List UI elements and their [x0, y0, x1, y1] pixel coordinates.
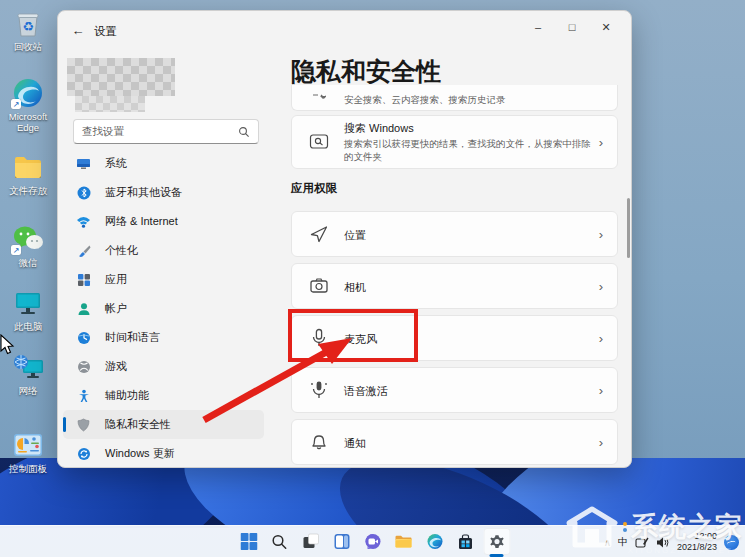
task-view-icon — [302, 533, 319, 550]
desktop-icon-folder[interactable]: 文件存放 — [2, 150, 54, 197]
speaker-icon[interactable] — [656, 536, 670, 549]
windows-logo-icon — [240, 533, 257, 550]
paintbrush-icon — [76, 243, 91, 258]
gear-icon — [488, 533, 505, 550]
window-title: 设置 — [94, 24, 117, 39]
sidebar-item-accounts[interactable]: 帐户 — [63, 294, 264, 323]
sidebar-item-label: Windows 更新 — [105, 446, 175, 461]
card-subtitle: 安全搜索、云内容搜索、搜索历史记录 — [344, 94, 506, 105]
apps-icon — [76, 272, 91, 287]
chevron-right-icon: › — [599, 331, 603, 346]
sync-icon — [76, 446, 91, 461]
location-card[interactable]: 位置 › — [291, 211, 618, 257]
clock-globe-icon — [76, 330, 91, 345]
desktop-icon-label: 微信 — [19, 258, 38, 269]
tray-expand-button[interactable]: ∧ — [604, 537, 611, 548]
sidebar-item-system[interactable]: 系统 — [63, 149, 264, 178]
clock-time: 12:00 — [677, 531, 717, 542]
sidebar-item-label: 系统 — [105, 156, 127, 171]
microsoft-store-icon — [458, 534, 474, 550]
sidebar-item-label: 帐户 — [105, 301, 127, 316]
titlebar[interactable]: ← 设置 – □ ✕ — [58, 11, 631, 47]
settings-button-active[interactable] — [483, 528, 510, 555]
desktop-icon-label: 此电脑 — [14, 322, 43, 333]
maximize-button[interactable]: □ — [555, 15, 589, 39]
xbox-icon — [76, 359, 91, 374]
desktop-icon-network[interactable]: 网络 — [2, 350, 54, 397]
chevron-right-icon: › — [599, 279, 603, 294]
pen-input-icon[interactable] — [635, 536, 649, 549]
notification-badge-icon[interactable] — [724, 535, 739, 550]
camera-icon — [308, 275, 330, 297]
camera-card[interactable]: 相机 › — [291, 263, 618, 309]
card-label: 位置 — [344, 229, 366, 241]
bluetooth-icon — [76, 185, 91, 200]
desktop-icon-wechat[interactable]: ↗ 微信 — [2, 222, 54, 269]
this-pc-icon — [10, 286, 46, 320]
edge-icon — [426, 533, 443, 550]
search-placeholder: 查找设置 — [82, 125, 238, 139]
chevron-partial-icon — [308, 91, 330, 105]
search-permissions-card-partial[interactable]: 安全搜索、云内容搜索、搜索历史记录 — [291, 85, 618, 111]
file-explorer-button[interactable] — [390, 528, 417, 555]
sidebar-item-apps[interactable]: 应用 — [63, 265, 264, 294]
scrollbar-thumb[interactable] — [627, 198, 630, 258]
desktop-icon-edge[interactable]: ↗ Microsoft Edge — [2, 76, 54, 134]
recycle-bin-icon: ♻ — [10, 6, 46, 40]
start-button[interactable] — [235, 528, 262, 555]
location-icon — [308, 223, 330, 245]
sidebar-item-windows-update[interactable]: Windows 更新 — [63, 439, 264, 468]
sidebar-item-label: 隐私和安全性 — [105, 417, 171, 432]
settings-search-input[interactable]: 查找设置 — [73, 119, 259, 144]
sidebar-item-bluetooth-devices[interactable]: 蓝牙和其他设备 — [63, 178, 264, 207]
taskbar: ∧ 中 12:00 2021/8/23 — [0, 525, 745, 557]
desktop-icon-label: 文件存放 — [9, 186, 47, 197]
taskbar-search-button[interactable] — [266, 528, 293, 555]
search-windows-card[interactable]: 搜索 Windows 搜索索引以获得更快的结果，查找我的文件，从搜索中排除的文件… — [291, 115, 618, 169]
close-button[interactable]: ✕ — [589, 15, 623, 39]
microsoft-store-button[interactable] — [452, 528, 479, 555]
back-button[interactable]: ← — [68, 21, 88, 39]
desktop-icon-label: 网络 — [19, 386, 38, 397]
sidebar-item-label: 时间和语言 — [105, 330, 160, 345]
page-title: 隐私和安全性 — [291, 55, 441, 88]
wechat-icon: ↗ — [10, 222, 46, 256]
shield-icon — [76, 417, 91, 432]
sidebar-item-network-internet[interactable]: 网络 & Internet — [63, 207, 264, 236]
chat-icon — [364, 533, 381, 550]
minimize-button[interactable]: – — [521, 15, 555, 39]
desktop-icon-this-pc[interactable]: 此电脑 — [2, 286, 54, 333]
sidebar-item-label: 游戏 — [105, 359, 127, 374]
widgets-button[interactable] — [328, 528, 355, 555]
edge-button[interactable] — [421, 528, 448, 555]
taskbar-clock[interactable]: 12:00 2021/8/23 — [677, 531, 717, 554]
chevron-right-icon: › — [599, 227, 603, 242]
desktop-icon-recycle-bin[interactable]: ♻ 回收站 — [2, 6, 54, 53]
wallpaper-bloom — [0, 458, 745, 528]
sidebar-item-label: 辅助功能 — [105, 388, 149, 403]
desktop-icon-label: Microsoft Edge — [2, 112, 54, 134]
edge-icon: ↗ — [10, 76, 46, 110]
folder-icon — [10, 150, 46, 184]
bell-icon — [308, 431, 330, 453]
card-subtitle: 搜索索引以获得更快的结果，查找我的文件，从搜索中排除的文件夹 — [344, 138, 594, 164]
search-icon — [272, 534, 288, 550]
search-icon — [238, 126, 250, 138]
chevron-right-icon: › — [599, 135, 603, 150]
shortcut-arrow-icon: ↗ — [11, 245, 21, 255]
section-header: 应用权限 — [291, 181, 337, 196]
desktop-icon-control-panel[interactable]: 控制面板 — [2, 428, 54, 475]
chat-button[interactable] — [359, 528, 386, 555]
ime-indicator[interactable]: 中 — [618, 535, 628, 549]
file-explorer-icon — [395, 533, 413, 550]
user-avatar-pixelated[interactable] — [67, 58, 175, 96]
task-view-button[interactable] — [297, 528, 324, 555]
sidebar-item-personalization[interactable]: 个性化 — [63, 236, 264, 265]
user-name-pixelated — [75, 96, 145, 112]
annotation-arrow — [190, 330, 365, 430]
card-label: 相机 — [344, 281, 366, 293]
sidebar-item-label: 应用 — [105, 272, 127, 287]
card-label: 通知 — [344, 437, 366, 449]
sidebar-item-label: 蓝牙和其他设备 — [105, 185, 182, 200]
system-tray: ∧ 中 12:00 2021/8/23 — [604, 526, 739, 557]
